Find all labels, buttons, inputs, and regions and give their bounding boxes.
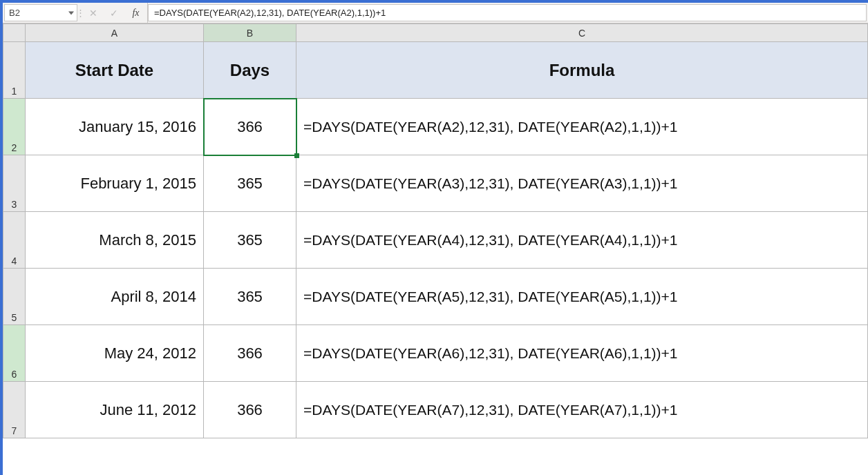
divider: ⋮: [77, 3, 83, 23]
grid: A B C 1 Start Date Days Formula 2 Januar…: [3, 23, 868, 438]
cell-A3[interactable]: February 1, 2015: [26, 155, 204, 212]
cell-B5[interactable]: 365: [204, 269, 296, 325]
cell-C1[interactable]: Formula: [296, 42, 868, 99]
table-row: 7 June 11, 2012 366 =DAYS(DATE(YEAR(A7),…: [3, 382, 868, 438]
row-header[interactable]: 3: [3, 155, 26, 212]
cancel-button[interactable]: ✕: [83, 3, 104, 23]
formula-text: =DAYS(DATE(YEAR(A2),12,31), DATE(YEAR(A2…: [154, 8, 386, 18]
cell-A5[interactable]: April 8, 2014: [26, 269, 204, 325]
column-header-row: A B C: [3, 24, 868, 42]
name-box-value: B2: [9, 8, 20, 18]
cell-B4[interactable]: 365: [204, 212, 296, 269]
cell-A2[interactable]: January 15, 2016: [26, 99, 204, 155]
cell-C4[interactable]: =DAYS(DATE(YEAR(A4),12,31), DATE(YEAR(A4…: [296, 212, 868, 269]
column-header-C[interactable]: C: [296, 24, 868, 42]
cell-A1[interactable]: Start Date: [26, 42, 204, 99]
insert-function-button[interactable]: fx: [124, 3, 148, 23]
cell-A6[interactable]: May 24, 2012: [26, 325, 204, 382]
cell-A7[interactable]: June 11, 2012: [26, 382, 204, 438]
row-header[interactable]: 4: [3, 212, 26, 269]
cell-A4[interactable]: March 8, 2015: [26, 212, 204, 269]
row-header[interactable]: 5: [3, 269, 26, 325]
row-header[interactable]: 2: [3, 99, 26, 155]
cell-B6[interactable]: 366: [204, 325, 296, 382]
row-header[interactable]: 6: [3, 325, 26, 382]
table-row: 5 April 8, 2014 365 =DAYS(DATE(YEAR(A5),…: [3, 269, 868, 325]
cell-B7[interactable]: 366: [204, 382, 296, 438]
cell-B3[interactable]: 365: [204, 155, 296, 212]
cell-B1[interactable]: Days: [204, 42, 296, 99]
cell-C7[interactable]: =DAYS(DATE(YEAR(A7),12,31), DATE(YEAR(A7…: [296, 382, 868, 438]
fx-icon: fx: [132, 8, 139, 19]
cell-C3[interactable]: =DAYS(DATE(YEAR(A3),12,31), DATE(YEAR(A3…: [296, 155, 868, 212]
table-row: 6 May 24, 2012 366 =DAYS(DATE(YEAR(A6),1…: [3, 325, 868, 382]
column-header-B[interactable]: B: [204, 24, 296, 42]
table-row: 4 March 8, 2015 365 =DAYS(DATE(YEAR(A4),…: [3, 212, 868, 269]
table-row: 3 February 1, 2015 365 =DAYS(DATE(YEAR(A…: [3, 155, 868, 212]
check-icon: ✓: [110, 8, 118, 19]
confirm-button[interactable]: ✓: [104, 3, 124, 23]
table-header-row: 1 Start Date Days Formula: [3, 42, 868, 99]
cell-C5[interactable]: =DAYS(DATE(YEAR(A5),12,31), DATE(YEAR(A5…: [296, 269, 868, 325]
close-icon: ✕: [89, 8, 97, 19]
column-header-A[interactable]: A: [26, 24, 204, 42]
row-header[interactable]: 7: [3, 382, 26, 438]
table-row: 2 January 15, 2016 366 =DAYS(DATE(YEAR(A…: [3, 99, 868, 155]
formula-bar: B2 ⋮ ✕ ✓ fx =DAYS(DATE(YEAR(A2),12,31), …: [3, 3, 868, 23]
cell-C6[interactable]: =DAYS(DATE(YEAR(A6),12,31), DATE(YEAR(A6…: [296, 325, 868, 382]
row-header[interactable]: 1: [3, 42, 26, 99]
spreadsheet: A B C 1 Start Date Days Formula 2 Januar…: [3, 23, 868, 438]
cell-C2[interactable]: =DAYS(DATE(YEAR(A2),12,31), DATE(YEAR(A2…: [296, 99, 868, 155]
select-all-corner[interactable]: [3, 24, 26, 42]
cell-B2[interactable]: 366: [204, 99, 296, 155]
chevron-down-icon[interactable]: [68, 11, 74, 14]
formula-input[interactable]: =DAYS(DATE(YEAR(A2),12,31), DATE(YEAR(A2…: [148, 4, 867, 21]
name-box[interactable]: B2: [4, 4, 77, 21]
